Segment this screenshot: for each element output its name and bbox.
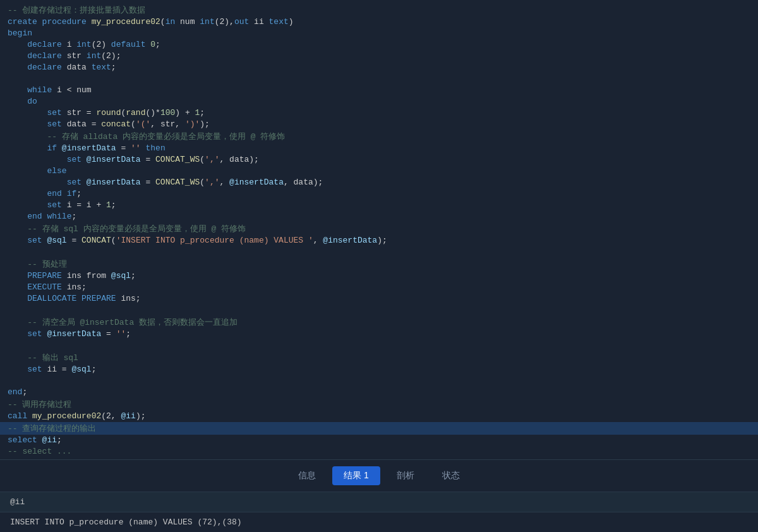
code-line: do	[0, 96, 758, 107]
code-line: PREPARE ins from @sql;	[0, 270, 758, 282]
code-line	[0, 73, 758, 85]
code-line: -- 存储 alldata 内容的变量必须是全局变量，使用 @ 符修饰	[0, 130, 758, 143]
tab-status[interactable]: 状态	[431, 466, 471, 485]
code-line	[0, 305, 758, 316]
tab-info[interactable]: 信息	[287, 466, 327, 485]
code-line: -- 预处理	[0, 258, 758, 270]
tab-analyze[interactable]: 剖析	[385, 466, 426, 485]
result-value: INSERT INTO p_procedure (name) VALUES (7…	[10, 517, 242, 527]
code-line: -- 输出 sql	[0, 351, 758, 364]
result-row: INSERT INTO p_procedure (name) VALUES (7…	[0, 512, 758, 532]
result-header: @ii	[0, 492, 758, 512]
tab-bar: 信息 结果 1 剖析 状态	[0, 459, 758, 492]
code-line: declare i int(2) default 0;	[0, 39, 758, 51]
code-line: begin	[0, 28, 758, 39]
code-line: while i < num	[0, 85, 758, 96]
result-column-label: @ii	[10, 497, 25, 507]
code-line: end while;	[0, 211, 758, 222]
code-line: set ii = @sql;	[0, 364, 758, 375]
code-line: -- 存储 sql 内容的变量必须是全局变量，使用 @ 符修饰	[0, 222, 758, 235]
code-line: DEALLOCATE PREPARE ins;	[0, 293, 758, 305]
code-line: end if;	[0, 188, 758, 200]
code-line: call my_procedure02(2, @ii);	[0, 411, 758, 422]
code-line: set @insertData = '';	[0, 329, 758, 340]
code-line: declare str int(2);	[0, 51, 758, 62]
code-line: set i = i + 1;	[0, 200, 758, 211]
code-line: -- 调用存储过程	[0, 398, 758, 411]
code-line: end;	[0, 387, 758, 398]
code-line	[0, 375, 758, 387]
code-line: EXECUTE ins;	[0, 282, 758, 293]
code-line: set @insertData = CONCAT_WS(',', @insert…	[0, 177, 758, 188]
code-line: -- 清空全局 @insertData 数据，否则数据会一直追加	[0, 316, 758, 329]
code-line: select @ii;	[0, 435, 758, 446]
code-line: set data = concat('(', str, ')');	[0, 119, 758, 130]
code-line: set @sql = CONCAT('INSERT INTO p_procedu…	[0, 235, 758, 246]
code-line: set str = round(rand()*100) + 1;	[0, 107, 758, 119]
code-line: declare data text;	[0, 62, 758, 73]
code-line: if @insertData = '' then	[0, 143, 758, 154]
code-line	[0, 246, 758, 258]
code-line: set @insertData = CONCAT_WS(',', data);	[0, 154, 758, 166]
code-line	[0, 340, 758, 351]
result-area: @ii INSERT INTO p_procedure (name) VALUE…	[0, 492, 758, 532]
code-line: else	[0, 166, 758, 177]
code-line: -- select ...	[0, 446, 758, 457]
code-line: -- 查询存储过程的输出	[0, 422, 758, 435]
code-line: create procedure my_procedure02(in num i…	[0, 16, 758, 28]
code-editor: -- 创建存储过程：拼接批量插入数据 create procedure my_p…	[0, 0, 758, 459]
code-line: -- 创建存储过程：拼接批量插入数据	[0, 4, 758, 16]
tab-result1[interactable]: 结果 1	[332, 466, 380, 485]
